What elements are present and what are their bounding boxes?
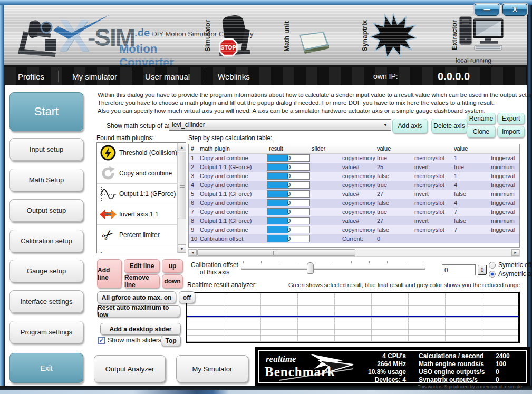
clone-axis-button[interactable]: Clone [467,126,496,137]
top-button[interactable]: Top [161,335,181,346]
export-axis-button[interactable]: Export [497,113,525,124]
slider-track[interactable] [241,268,425,270]
rename-axis-button[interactable]: Rename [467,113,496,124]
col-math-plugin: math plugin [200,145,230,152]
table-row[interactable]: 3Copy and combine 0 copymemoryfalse memo… [189,172,519,181]
plugins-scrollbar[interactable]: ▲ ▼ [177,143,186,253]
edit-line-button[interactable]: Edit line [124,259,160,273]
move-up-button[interactable]: up [162,259,183,273]
own-ip-value: 0.0.0.0 [438,71,470,83]
menu-weblinks[interactable]: Weblinks [204,72,264,81]
table-row[interactable]: 7Copy and combine 0 copymemorytrue memor… [189,208,519,216]
scroll-left-icon[interactable]: ◄ [189,249,197,256]
remove-line-button[interactable]: Remove line [124,274,160,288]
my-simulator-button[interactable]: My Simulator [176,355,248,382]
menu-my-simulator[interactable]: My simulator [59,72,131,81]
result-bar: 0 [267,172,310,180]
offset-value-input[interactable] [442,264,476,275]
gforce-auto-max-off-button[interactable]: off [179,291,195,303]
sidebar-item-interface-settings[interactable]: Interface settings [9,290,83,313]
sidebar-item-start[interactable]: Start [9,92,83,131]
table-row[interactable]: 10Calibration offset 0 Current:0 [189,234,519,243]
add-desktop-slider-button[interactable]: Add a desktop slider [100,323,181,335]
sidebar-item-output-setup[interactable]: Output setup [9,199,83,222]
import-axis-button[interactable]: Import [497,126,525,137]
slider-thumb[interactable] [307,262,314,274]
circular-arrow-icon [97,165,119,181]
minimize-button[interactable]: — [475,4,499,16]
final-result-line [187,316,518,317]
menu-user-manual[interactable]: User manual [131,72,204,81]
sine-wave-icon [97,186,119,202]
description-line-1: Within this dialog you have to provide t… [98,92,532,98]
xsim-logo: X -SIM.de DIY Motion Simulator Community… [14,12,214,64]
table-row[interactable]: 6Copy and combine 0 copymemoryfalse memo… [189,199,519,208]
result-bar-fill [267,209,288,215]
table-row[interactable]: 1Copy and combine 0 copymemorytrue memor… [189,154,519,163]
sidebar-item-calibration-setup[interactable]: Calibration setup [9,230,83,252]
plugin-item-percent-limiter[interactable]: ✂ Percent limiter [97,225,186,245]
scroll-down-icon[interactable]: ▼ [178,244,186,253]
sidebar-item-math-setup[interactable]: Math Setup [9,169,83,191]
computer-icon [459,15,506,52]
realtime-result-chart [186,292,520,343]
reset-auto-maximum-button[interactable]: Reset auto maximum to low [97,305,180,317]
invert-arrows-icon [97,209,119,220]
chevron-down-icon: ▼ [381,121,390,129]
radio-selected-icon [489,271,496,278]
menu-profiles[interactable]: Profiles [4,72,58,81]
benchmark-cpu-stats: 4 CPU's 2664 MHz 10.8% usage Devices: 4 [359,352,406,383]
benchmark-brand-line2: Benchmark [265,365,335,379]
svg-text:STOP: STOP [220,44,236,51]
plugin-item-copy-combine[interactable]: Copy and combine [97,163,186,184]
table-h-scrollbar-thumb[interactable] [197,249,355,256]
offset-zero-button[interactable]: 0 [478,265,487,275]
axis-dropdown[interactable]: levi_cilinder ▼ [169,119,391,131]
result-bar: 0 [267,199,310,206]
scroll-right-icon[interactable]: ► [511,249,519,256]
sidebar-item-exit[interactable]: Exit [9,353,83,383]
result-bar: 0 [267,163,310,171]
output-analyzer-button[interactable]: Output Analyzer [94,355,166,382]
table-row[interactable]: 2Output 1:1 (GForce) 0 value#25 inverttr… [189,163,519,172]
star-burst-icon [370,13,417,59]
sidebar-item-program-settings[interactable]: Program settings [9,321,83,343]
sidebar-item-input-setup[interactable]: Input setup [9,138,83,161]
col-value-2: value [454,145,468,152]
result-bar-fill [267,164,288,170]
scrollbar-grip [180,184,185,188]
result-bar: 0 [267,190,310,198]
result-bar-fill [267,182,288,188]
own-ip-label: own IP: [373,72,398,81]
close-button[interactable]: X [502,4,527,16]
result-bar-fill [267,235,288,242]
radio-asymetric-offset[interactable]: Asymetric axis offset (full range) [489,270,532,278]
titlebar-controls: — X [475,4,527,16]
delete-axis-button[interactable]: Delete axis [431,119,467,133]
result-bar-fill [267,218,288,224]
table-row[interactable]: 4Copy and combine 0 copymemorytrue memor… [189,181,519,190]
gforce-auto-max-on-button[interactable]: All gforce auto max. on [97,291,176,303]
calibration-offset-label: Calibration offset of this axis [186,261,244,276]
table-row[interactable]: 5Output 1:1 (GForce) 0 value#27 invertfa… [189,190,519,199]
table-row[interactable]: 8Output 1:1 (GForce) 0 value#27 invertfa… [189,216,519,225]
calibration-offset-slider[interactable] [241,260,425,277]
result-bar: 0 [267,181,310,189]
plugin-item-partial[interactable]: † [97,245,186,253]
add-line-button[interactable]: Add line [97,259,122,288]
scroll-up-icon[interactable]: ▲ [178,143,186,151]
plugin-item-output-gforce[interactable]: Output 1:1 (GForce) [97,184,186,204]
table-row[interactable]: 9Copy and combine 0 copymemoryfalse memo… [189,225,519,234]
app-header: X -SIM.de DIY Motion Simulator Community… [4,5,527,67]
show-math-sliders-checkbox[interactable]: ✓ [98,337,105,344]
radio-symetric-offset[interactable]: Symetric offset (reduce range) [489,261,532,269]
plugins-scrollbar-thumb[interactable] [178,152,186,219]
plugins-panel-label: Found math plugins: [96,134,154,142]
move-down-button[interactable]: down [162,274,183,288]
benchmark-stat-values: 2400 100 0 0 [496,352,510,383]
table-h-scrollbar[interactable]: ◄ ► [188,249,520,257]
sidebar-item-gauge-setup[interactable]: Gauge setup [9,260,83,282]
benchmark-inner: realtime Benchmark 4 CPU's 2664 MHz 10.8… [258,350,527,383]
plugin-item-threshold[interactable]: Threshold (Collision) [97,143,186,163]
add-axis-button[interactable]: Add axis [392,119,428,133]
